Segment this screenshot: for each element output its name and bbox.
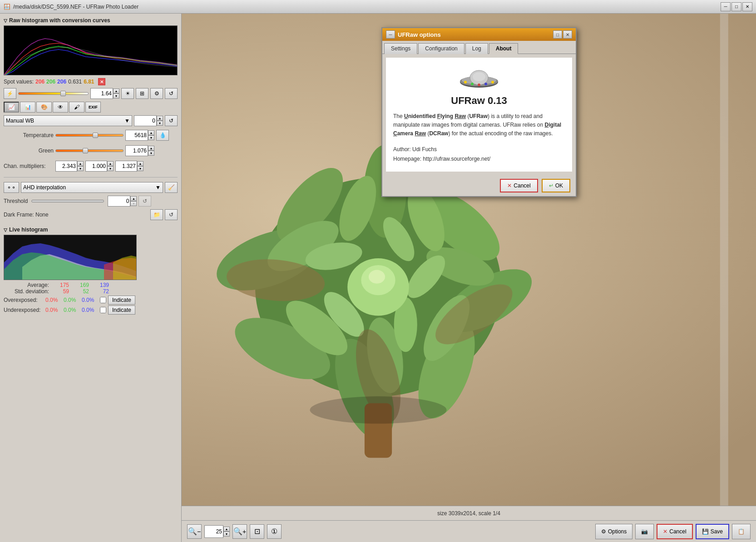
underexposed-checkbox[interactable] <box>100 307 106 313</box>
wb-spinbox[interactable]: 0 ▲ ▼ <box>134 115 163 126</box>
white-balance-btn[interactable]: ☀ <box>121 88 134 99</box>
green-down[interactable]: ▼ <box>148 151 154 156</box>
chan2-input[interactable]: 1.000 <box>85 161 107 172</box>
thresh-down[interactable]: ▼ <box>130 201 137 206</box>
chan3-down[interactable]: ▼ <box>137 166 143 171</box>
threshold-spinbox[interactable]: 0 ▲ ▼ <box>108 196 137 207</box>
thresh-up[interactable]: ▲ <box>130 196 137 201</box>
chan1-up[interactable]: ▲ <box>77 161 84 166</box>
minimize-button[interactable]: ─ <box>721 2 731 11</box>
exposure-thumb[interactable] <box>60 91 66 96</box>
main-layout: ▽ Raw histogram with conversion curves <box>0 14 756 542</box>
extra-icon: 📋 <box>738 528 745 535</box>
thresh-arrows: ▲ ▼ <box>130 196 137 206</box>
cancel-icon: ✕ <box>663 528 667 535</box>
zoom-out-icon: 🔍 <box>188 527 197 536</box>
wb-input[interactable]: 0 <box>134 115 157 126</box>
maximize-button[interactable]: □ <box>731 2 741 11</box>
histo-btn[interactable]: 📊 <box>20 102 35 113</box>
wb-dropdown[interactable]: Manual WB ▼ <box>4 115 132 126</box>
exposure-input[interactable]: 1.64 <box>90 88 113 99</box>
zoom-1to1-icon: ① <box>271 527 277 536</box>
dialog-close-btn[interactable]: ✕ <box>563 30 572 39</box>
thresh-refresh-btn[interactable]: ↺ <box>138 196 151 207</box>
chan2-down[interactable]: ▼ <box>107 166 114 171</box>
eye-btn[interactable]: 👁 <box>53 102 68 113</box>
threshold-input[interactable]: 0 <box>108 196 130 207</box>
exposure-slider[interactable] <box>18 92 89 95</box>
settings-btn[interactable]: ⚙ <box>150 88 163 99</box>
collapse-icon[interactable]: ▽ <box>4 18 7 23</box>
chan3-spinbox[interactable]: 1.327 ▲ ▼ <box>115 161 143 172</box>
save-button[interactable]: 💾 Save <box>696 524 729 539</box>
wb-up[interactable]: ▲ <box>157 116 163 121</box>
threshold-slider[interactable] <box>31 200 104 202</box>
zoom-fit-button[interactable]: ⊡ <box>250 524 264 539</box>
interp-arrow: ▼ <box>155 184 161 191</box>
save-icon: 💾 <box>702 528 709 535</box>
chan1-spinbox[interactable]: 2.343 ▲ ▼ <box>55 161 84 172</box>
overexposed-indicate-button[interactable]: Indicate <box>108 296 135 305</box>
chan2-spinbox[interactable]: 1.000 ▲ ▼ <box>85 161 114 172</box>
exposure-spinbox[interactable]: 1.64 ▲ ▼ <box>90 88 119 99</box>
temp-up[interactable]: ▲ <box>148 130 154 135</box>
color-circles-btn[interactable]: ⚬⚬ <box>4 182 19 193</box>
tab-about[interactable]: About <box>489 43 519 54</box>
tab-configuration[interactable]: Configuration <box>418 43 464 54</box>
underexposed-indicate-button[interactable]: Indicate <box>108 305 135 315</box>
exposure-up[interactable]: ▲ <box>113 89 119 94</box>
close-button[interactable]: ✕ <box>742 2 752 11</box>
clean-btn[interactable]: 🧹 <box>165 182 178 193</box>
green-thumb[interactable] <box>83 148 88 153</box>
tab-log-label: Log <box>472 45 481 52</box>
green-slider[interactable] <box>55 149 124 152</box>
dark-frame-refresh-btn[interactable]: ↺ <box>165 209 178 220</box>
green-spinbox[interactable]: 1.076 ▲ ▼ <box>125 145 154 156</box>
overexposed-checkbox[interactable] <box>100 297 106 303</box>
refresh-btn[interactable]: ↺ <box>165 88 178 99</box>
cancel-button[interactable]: ✕ Cancel <box>657 524 692 539</box>
exif-btn[interactable]: EXIF <box>85 102 101 113</box>
temperature-slider[interactable] <box>55 134 124 137</box>
tab-settings[interactable]: Settings <box>384 43 417 54</box>
tab-log[interactable]: Log <box>465 43 488 54</box>
zoom-up-arrow[interactable]: ▲ <box>223 527 230 532</box>
dialog-restore-btn[interactable]: □ <box>553 30 562 39</box>
live-collapse-icon[interactable]: ▽ <box>4 227 7 232</box>
chan3-up[interactable]: ▲ <box>137 161 143 166</box>
chan1-input[interactable]: 2.343 <box>55 161 77 172</box>
grid-btn[interactable]: ⊞ <box>136 88 148 99</box>
eyedropper-btn[interactable]: 💧 <box>156 130 169 141</box>
color-btn[interactable]: 🎨 <box>36 102 52 113</box>
exposure-down[interactable]: ▼ <box>113 94 119 99</box>
green-input[interactable]: 1.076 <box>125 145 148 156</box>
chan3-input[interactable]: 1.327 <box>115 161 137 172</box>
chan2-up[interactable]: ▲ <box>107 161 114 166</box>
dialog-cancel-button[interactable]: ✕ Cancel <box>500 179 538 192</box>
temperature-input[interactable]: 5618 <box>125 130 148 141</box>
zoom-out-button[interactable]: 🔍− <box>187 524 202 539</box>
options-button[interactable]: ⚙ Options <box>595 524 632 539</box>
under-green: 0.0% <box>64 307 80 313</box>
zoom-value-input[interactable]: 25 <box>204 525 223 538</box>
dark-frame-open-btn[interactable]: 📁 <box>150 209 163 220</box>
wb-down[interactable]: ▼ <box>157 121 163 126</box>
zoom-1to1-button[interactable]: ① <box>267 524 282 539</box>
camera-btn[interactable]: 📷 <box>635 524 654 539</box>
homepage-text: Homepage: http://ufraw.sourceforge.net/ <box>393 154 565 164</box>
green-up[interactable]: ▲ <box>148 146 154 151</box>
zoom-in-button[interactable]: 🔍+ <box>232 524 247 539</box>
dialog-minimize-btn[interactable]: ─ <box>386 30 395 39</box>
dialog-ok-button[interactable]: ↵ OK <box>542 179 570 192</box>
curve-btn[interactable]: 📈 <box>4 102 19 113</box>
temp-down[interactable]: ▼ <box>148 135 154 140</box>
brush-btn[interactable]: 🖌 <box>69 102 84 113</box>
zoom-down-arrow[interactable]: ▼ <box>223 532 230 537</box>
temperature-spinbox[interactable]: 5618 ▲ ▼ <box>125 130 154 141</box>
extra-btn[interactable]: 📋 <box>732 524 751 539</box>
chan1-down[interactable]: ▼ <box>77 166 84 171</box>
interpolation-dropdown[interactable]: AHD interpolation ▼ <box>21 182 163 193</box>
wb-refresh-btn[interactable]: ↺ <box>165 115 178 126</box>
spot-close-button[interactable]: ✕ <box>98 78 105 85</box>
temperature-thumb[interactable] <box>93 133 98 138</box>
